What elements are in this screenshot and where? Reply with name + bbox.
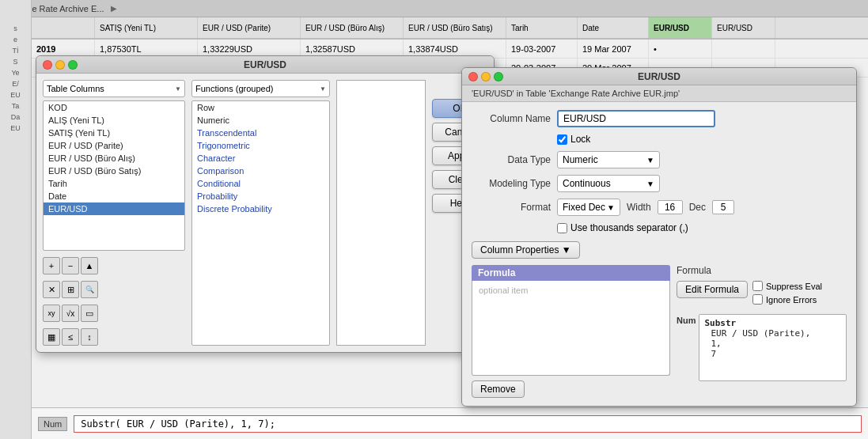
sidebar-label-7: Ta [0, 101, 31, 111]
dec-input[interactable] [712, 200, 734, 214]
col-header-buro-alis: EUR / USD (Büro Alış) [301, 17, 404, 38]
dialog2-minimize-button[interactable] [481, 72, 491, 81]
func-item-discrete-prob[interactable]: Discrete Probability [192, 202, 329, 215]
edit-formula-button[interactable]: Edit Formula [677, 281, 748, 298]
formula-checkboxes: Suppress Eval Ignore Errors [752, 281, 822, 305]
data-type-value: Numeric [563, 154, 598, 165]
add-icon[interactable]: + [43, 257, 60, 274]
column-properties-dialog: EUR/USD 'EUR/USD' in Table 'Exchange Rat… [461, 67, 857, 407]
xy-icon[interactable]: xy [43, 305, 60, 322]
sidebar-label-4: Ye [0, 68, 31, 78]
matrix-icon[interactable]: ▦ [43, 328, 60, 346]
col-header-year [32, 17, 95, 38]
dialog2-maximize-button[interactable] [494, 72, 503, 81]
dialog2-subtitle: 'EUR/USD' in Table 'Exchange Rate Archiv… [462, 85, 856, 102]
traffic-lights [43, 60, 78, 70]
modeling-type-arrow-icon: ▼ [646, 180, 654, 188]
width-label: Width [627, 202, 651, 213]
col-header-parite: EUR / USD (Parite) [198, 17, 301, 38]
data-type-label: Data Type [472, 154, 551, 165]
formula-section: Formula optional item Remove Formula Edi… [472, 265, 847, 398]
formula-right-panel: Formula Edit Formula Suppress Eval Ignor… [677, 265, 847, 398]
func-item-probability[interactable]: Probability [192, 190, 329, 202]
column-name-row: Column Name [472, 110, 847, 127]
toolbar-row-2: ✕ ⊞ 🔍 [43, 281, 185, 298]
suppress-eval-row: Suppress Eval [752, 281, 822, 291]
dialog2-traffic-lights [468, 72, 503, 81]
cell-date-1: 19 Mar 2007 [578, 40, 649, 58]
rect-icon[interactable]: ▭ [81, 305, 98, 322]
lock-row: Lock [557, 134, 847, 145]
close-button[interactable] [43, 60, 52, 70]
zoom-icon[interactable]: 🔍 [81, 281, 98, 298]
formula-code-box[interactable]: Substr EUR / USD (Parite), 1, 7 [699, 314, 847, 381]
compare-icon[interactable]: ≤ [62, 328, 79, 346]
sidebar-label-3: S [0, 57, 31, 66]
thousands-row: Use thousands separator (,) [557, 222, 847, 233]
list-item-selected[interactable]: EUR/USD [44, 202, 184, 215]
column-properties-button[interactable]: Column Properties ▼ [472, 241, 580, 259]
formula-header: Formula [472, 265, 670, 281]
cell-eurusd-1: • [649, 40, 712, 58]
formula-bar-content[interactable]: Substr( EUR / USD (Parite), 1, 7); [74, 415, 862, 433]
modeling-type-row: Modeling Type Continuous ▼ [472, 175, 847, 192]
lock-checkbox[interactable] [557, 134, 567, 145]
functions-dropdown[interactable]: Functions (grouped) ▼ [191, 80, 330, 97]
suppress-eval-label: Suppress Eval [766, 282, 822, 291]
modeling-type-label: Modeling Type [472, 178, 551, 189]
sidebar-label-0: s [0, 24, 31, 33]
list-item[interactable]: EUR / USD (Büro Satış) [44, 165, 184, 177]
formula-remove-button[interactable]: Remove [472, 380, 525, 398]
col-header-eurusd: EUR/USD [649, 17, 712, 38]
col-header-date: Date [578, 17, 649, 38]
func-item-comparison[interactable]: Comparison [192, 165, 329, 177]
ignore-errors-row: Ignore Errors [752, 294, 822, 305]
toolbar-row-4: ▦ ≤ ↕ [43, 328, 185, 346]
list-item[interactable]: SATIŞ (Yeni TL) [44, 127, 184, 139]
list-item[interactable]: Date [44, 190, 184, 202]
functions-list[interactable]: Row Numeric Transcendental Trigonometric… [191, 100, 330, 346]
thousands-checkbox[interactable] [557, 223, 567, 233]
left-sidebar: s e Tİ S Ye E/ EU Ta Da EU [0, 0, 32, 439]
toolbar-row-1: + − ▲ [43, 257, 185, 274]
col-props-row: Column Properties ▼ [472, 241, 847, 259]
move-up-icon[interactable]: ▲ [81, 257, 98, 274]
formula-text-area[interactable]: optional item [472, 281, 670, 376]
column-name-input[interactable] [557, 110, 715, 127]
format-dropdown[interactable]: Fixed Dec ▼ [557, 199, 620, 216]
columns-list[interactable]: KOD ALIŞ (Yeni TL) SATIŞ (Yeni TL) EUR /… [43, 100, 185, 251]
width-input[interactable] [658, 200, 683, 214]
sqrt-icon[interactable]: √x [62, 305, 79, 322]
sidebar-label-2: Tİ [0, 46, 31, 55]
func-item-row[interactable]: Row [192, 101, 329, 114]
data-type-dropdown[interactable]: Numeric ▼ [557, 151, 660, 168]
dialog2-close-button[interactable] [468, 72, 478, 81]
format-value: Fixed Dec [563, 202, 605, 213]
format-arrow-icon: ▼ [607, 203, 615, 212]
remove-icon[interactable]: − [62, 257, 79, 274]
suppress-eval-checkbox[interactable] [752, 281, 763, 291]
modeling-type-dropdown[interactable]: Continuous ▼ [557, 175, 660, 192]
minimize-button[interactable] [55, 60, 65, 70]
ignore-errors-checkbox[interactable] [752, 294, 763, 305]
func-item-trigonometric[interactable]: Trigonometric [192, 139, 329, 152]
func-item-character[interactable]: Character [192, 152, 329, 165]
func-item-numeric[interactable]: Numeric [192, 114, 329, 127]
clear-x-icon[interactable]: ✕ [43, 281, 60, 298]
format-row: Format Fixed Dec ▼ Width Dec [472, 199, 847, 216]
maximize-button[interactable] [68, 60, 78, 70]
func-item-conditional[interactable]: Conditional [192, 177, 329, 190]
list-item[interactable]: ALIŞ (Yeni TL) [44, 114, 184, 127]
sidebar-label-8: Da [0, 112, 31, 122]
dialog2-titlebar: EUR/USD [462, 68, 856, 85]
table-icon[interactable]: ⊞ [62, 281, 79, 298]
thousands-label: Use thousands separator (,) [570, 222, 688, 233]
list-item[interactable]: Tarih [44, 177, 184, 190]
list-item[interactable]: KOD [44, 101, 184, 114]
list-item[interactable]: EUR / USD (Parite) [44, 139, 184, 152]
arrows-icon[interactable]: ↕ [81, 328, 98, 346]
modeling-type-value: Continuous [563, 178, 611, 189]
func-item-transcendental[interactable]: Transcendental [192, 127, 329, 139]
table-columns-dropdown[interactable]: Table Columns ▼ [43, 80, 185, 97]
list-item[interactable]: EUR / USD (Büro Alış) [44, 152, 184, 165]
